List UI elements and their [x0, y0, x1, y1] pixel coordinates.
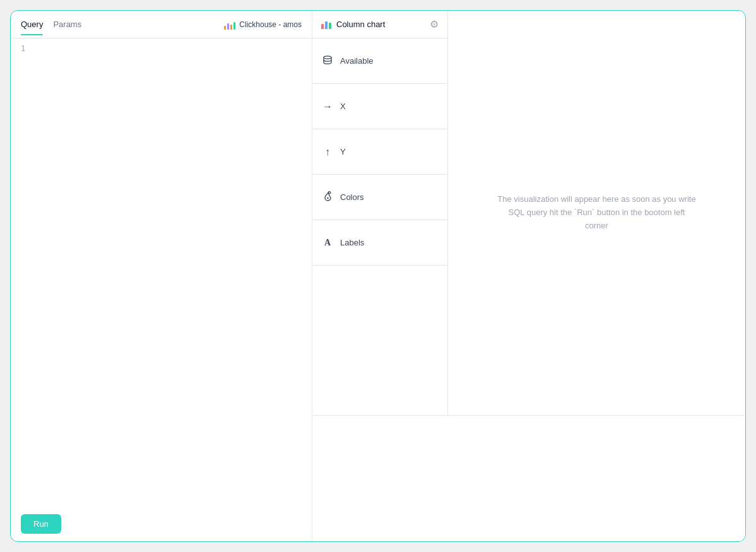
run-button[interactable]: Run [21, 514, 61, 534]
chart-config-header: Column chart ⚙ [312, 11, 447, 38]
chart-icon-bar2 [325, 21, 328, 29]
y-label: Y [340, 147, 346, 156]
config-section-available[interactable]: Available [312, 38, 447, 84]
query-tabs-bar: Query Params Clickhouse - amos [11, 11, 312, 38]
text-icon: A [321, 238, 334, 248]
db-icon-bar4 [233, 22, 235, 30]
config-section-labels[interactable]: A Labels [312, 220, 447, 266]
chart-config-panel: Column chart ⚙ Availab [312, 11, 448, 415]
tab-query[interactable]: Query [21, 13, 43, 35]
tab-params[interactable]: Params [53, 13, 81, 35]
db-icon-bar2 [227, 23, 229, 30]
svg-point-0 [324, 56, 331, 58]
paint-icon [321, 191, 334, 204]
db-indicator: Clickhouse - amos [224, 20, 302, 30]
editor-line-number: 1 [21, 44, 25, 53]
visualization-area: The visualization will appear here as so… [448, 11, 745, 415]
right-bottom-section [312, 415, 745, 541]
run-button-container: Run [11, 507, 71, 541]
chart-icon-bar3 [329, 23, 331, 29]
arrow-right-icon [321, 101, 334, 112]
db-icon [224, 20, 235, 30]
column-chart-icon [321, 20, 331, 29]
colors-label: Colors [340, 192, 364, 202]
left-panel: Query Params Clickhouse - amos 1 [11, 11, 312, 541]
viz-placeholder-text: The visualization will appear here as so… [496, 193, 698, 232]
app-container: Query Params Clickhouse - amos 1 [10, 10, 746, 542]
x-label: X [340, 102, 346, 111]
db-connection-name: Clickhouse - amos [239, 20, 302, 29]
chart-type-label: Column chart [321, 20, 385, 29]
right-top-section: Column chart ⚙ Availab [312, 11, 745, 415]
db-icon-bar1 [224, 26, 226, 30]
arrow-up-icon [321, 146, 334, 158]
chart-icon-bar1 [321, 24, 324, 29]
config-section-y[interactable]: Y [312, 129, 447, 175]
labels-label: Labels [340, 238, 364, 247]
available-label: Available [340, 56, 374, 66]
query-editor[interactable]: 1 [11, 38, 312, 541]
db-icon-bar3 [230, 25, 232, 30]
tab-params-label: Params [53, 20, 81, 29]
main-layout: Query Params Clickhouse - amos 1 [11, 11, 745, 541]
database-icon [321, 55, 334, 68]
config-section-x[interactable]: X [312, 84, 447, 129]
config-section-colors[interactable]: Colors [312, 175, 447, 220]
gear-icon[interactable]: ⚙ [430, 18, 439, 30]
svg-point-1 [327, 197, 328, 198]
right-layout: Column chart ⚙ Availab [312, 11, 745, 541]
config-section-empty [312, 266, 447, 415]
chart-title: Column chart [336, 20, 385, 29]
tab-query-label: Query [21, 20, 43, 29]
